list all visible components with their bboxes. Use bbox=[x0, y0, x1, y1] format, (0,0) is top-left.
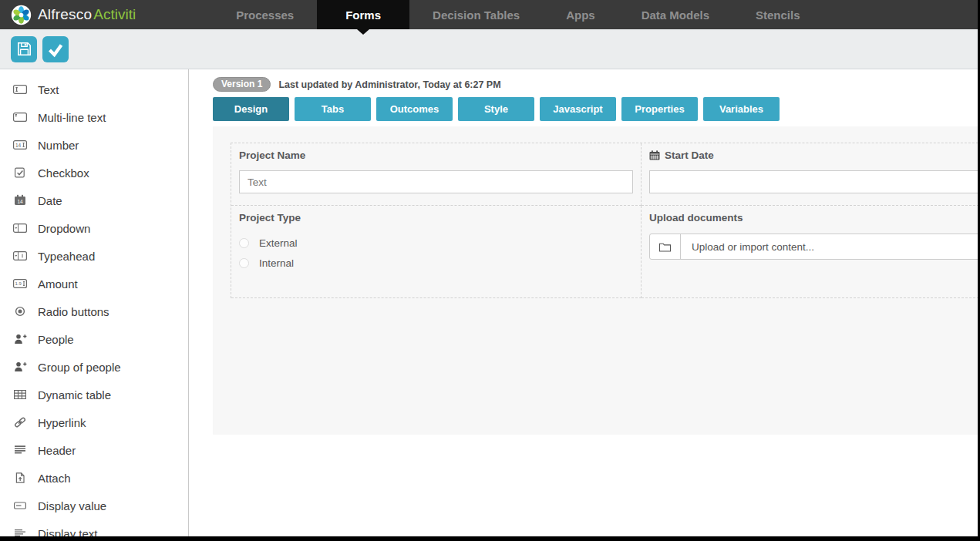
palette-item-hyperlink[interactable]: Hyperlink bbox=[0, 408, 188, 436]
palette-label: Dynamic table bbox=[38, 388, 111, 402]
top-nav: AlfrescoActiviti Processes Forms Decisio… bbox=[0, 0, 978, 29]
amount-icon: 1.9 bbox=[12, 277, 29, 290]
radio-label: External bbox=[259, 237, 298, 249]
palette-item-people[interactable]: People bbox=[0, 325, 188, 353]
svg-text:14: 14 bbox=[15, 143, 22, 148]
palette-item-amount[interactable]: 1.9 Amount bbox=[0, 270, 188, 297]
palette-label: Display value bbox=[38, 499, 106, 512]
date-icon: 14 bbox=[12, 194, 29, 207]
tab-variables[interactable]: Variables bbox=[703, 97, 780, 121]
palette-item-attach[interactable]: Attach bbox=[0, 464, 188, 492]
radio-label: Internal bbox=[259, 257, 294, 269]
palette-label: Group of people bbox=[38, 361, 121, 374]
radio-circle-icon[interactable] bbox=[239, 238, 249, 248]
palette-label: Dropdown bbox=[38, 222, 90, 235]
palette-label: Checkbox bbox=[38, 166, 89, 180]
tab-javascript[interactable]: Javascript bbox=[540, 97, 616, 121]
app-window: AlfrescoActiviti Processes Forms Decisio… bbox=[0, 0, 978, 536]
palette-item-group-of-people[interactable]: Group of people bbox=[0, 353, 188, 381]
nav-item-stencils[interactable]: Stencils bbox=[732, 0, 823, 29]
field-label-project-name: Project Name bbox=[239, 150, 633, 161]
nav-item-data-models[interactable]: Data Models bbox=[618, 0, 732, 29]
tab-properties[interactable]: Properties bbox=[621, 97, 698, 121]
nav-items: Processes Forms Decision Tables Apps Dat… bbox=[213, 0, 823, 29]
radio-circle-icon[interactable] bbox=[239, 258, 249, 268]
editor-tabs: Design Tabs Outcomes Style Javascript Pr… bbox=[189, 92, 978, 121]
editor-toolbar bbox=[0, 29, 978, 69]
palette-item-checkbox[interactable]: Checkbox bbox=[0, 159, 188, 186]
palette-label: Typeahead bbox=[38, 250, 95, 263]
palette-label: Multi-line text bbox=[38, 111, 106, 124]
field-label-start-date: Start Date bbox=[665, 150, 714, 161]
typeahead-icon bbox=[12, 250, 29, 262]
palette-label: Hyperlink bbox=[38, 416, 86, 429]
field-label-project-type: Project Type bbox=[239, 212, 633, 223]
header-icon bbox=[12, 444, 29, 456]
form-field-upload-documents[interactable]: Upload documents Upload or import conten… bbox=[642, 206, 978, 298]
tab-style[interactable]: Style bbox=[458, 97, 534, 121]
palette-label: Header bbox=[38, 444, 76, 457]
form-field-start-date[interactable]: Start Date bbox=[642, 143, 978, 206]
brand-suffix: Activiti bbox=[93, 6, 136, 22]
form-editor-main: Version 1 Last updated by Administrator,… bbox=[189, 69, 978, 536]
dropdown-icon bbox=[12, 222, 29, 234]
validate-check-icon bbox=[47, 41, 64, 58]
palette-item-number[interactable]: 14 Number bbox=[0, 131, 188, 159]
checkbox-icon bbox=[12, 166, 29, 179]
people-icon bbox=[12, 333, 29, 345]
svg-text:1.9: 1.9 bbox=[15, 281, 22, 286]
palette-label: Amount bbox=[38, 277, 78, 291]
palette-label: Display text bbox=[38, 527, 98, 537]
brand[interactable]: AlfrescoActiviti bbox=[0, 0, 136, 29]
calendar-icon bbox=[649, 150, 660, 160]
radio-option-internal[interactable]: Internal bbox=[239, 257, 633, 269]
radio-option-external[interactable]: External bbox=[239, 237, 633, 249]
form-grid: Project Name bbox=[231, 143, 978, 298]
attach-icon bbox=[12, 472, 29, 484]
nav-item-apps[interactable]: Apps bbox=[543, 0, 618, 29]
display-value-icon bbox=[12, 499, 29, 512]
radio-buttons-icon bbox=[12, 305, 29, 318]
tab-design[interactable]: Design bbox=[213, 97, 289, 121]
field-palette-sidebar: Text Multi-line text 14 bbox=[0, 69, 189, 536]
palette-label: Attach bbox=[38, 472, 71, 485]
palette-label: Date bbox=[38, 194, 62, 207]
tab-tabs[interactable]: Tabs bbox=[295, 97, 371, 121]
upload-content-button[interactable]: Upload or import content... bbox=[649, 234, 978, 260]
dynamic-table-icon bbox=[12, 388, 29, 401]
palette-item-display-value[interactable]: Display value bbox=[0, 492, 188, 519]
project-name-input[interactable] bbox=[239, 170, 633, 193]
upload-placeholder-text: Upload or import content... bbox=[681, 241, 814, 253]
palette-item-dropdown[interactable]: Dropdown bbox=[0, 214, 188, 242]
form-design-canvas[interactable]: Project Name bbox=[213, 126, 978, 435]
start-date-input[interactable] bbox=[649, 170, 978, 193]
number-field-icon: 14 bbox=[12, 139, 29, 151]
palette-label: Number bbox=[38, 139, 79, 152]
form-field-project-name[interactable]: Project Name bbox=[231, 143, 642, 206]
validate-button[interactable] bbox=[42, 36, 69, 62]
palette-item-multiline-text[interactable]: Multi-line text bbox=[0, 103, 188, 131]
nav-item-forms[interactable]: Forms bbox=[317, 0, 409, 29]
tab-outcomes[interactable]: Outcomes bbox=[376, 97, 453, 121]
nav-item-processes[interactable]: Processes bbox=[213, 0, 317, 29]
nav-item-decision-tables[interactable]: Decision Tables bbox=[409, 0, 543, 29]
version-badge: Version 1 bbox=[213, 77, 271, 92]
last-updated-text: Last updated by Administrator, Today at … bbox=[278, 79, 500, 90]
palette-item-header[interactable]: Header bbox=[0, 436, 188, 464]
save-button[interactable] bbox=[11, 36, 37, 62]
palette-item-dynamic-table[interactable]: Dynamic table bbox=[0, 381, 188, 408]
save-icon bbox=[16, 41, 32, 57]
field-label-upload-documents: Upload documents bbox=[649, 212, 978, 223]
palette-label: Radio buttons bbox=[38, 305, 109, 318]
palette-item-text[interactable]: Text bbox=[0, 76, 188, 103]
palette-item-display-text[interactable]: Display text bbox=[0, 519, 188, 536]
palette-item-radio-buttons[interactable]: Radio buttons bbox=[0, 297, 188, 325]
palette-item-typeahead[interactable]: Typeahead bbox=[0, 242, 188, 270]
svg-text:14: 14 bbox=[17, 199, 23, 204]
form-field-project-type[interactable]: Project Type External Internal bbox=[231, 206, 642, 298]
palette-item-date[interactable]: 14 Date bbox=[0, 186, 188, 214]
text-field-icon bbox=[12, 83, 29, 96]
hyperlink-icon bbox=[12, 416, 29, 428]
alfresco-logo-icon bbox=[11, 5, 32, 25]
palette-label: People bbox=[38, 333, 74, 346]
